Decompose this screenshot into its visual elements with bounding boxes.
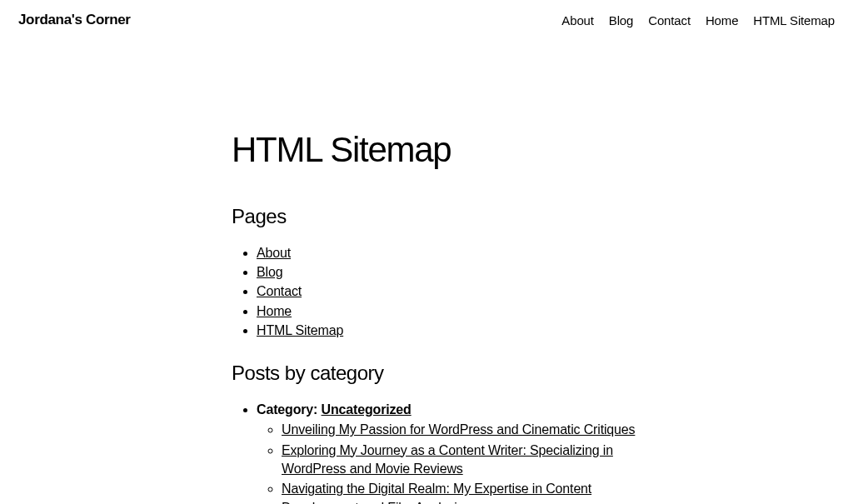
nav-link-home[interactable]: Home (706, 13, 738, 27)
post-link[interactable]: Unveiling My Passion for WordPress and C… (282, 422, 635, 437)
list-item: HTML Sitemap (257, 321, 651, 340)
posts-heading: Posts by category (232, 362, 651, 385)
list-item: Navigating the Digital Realm: My Experti… (282, 480, 651, 504)
page-link-about[interactable]: About (257, 246, 291, 260)
site-title[interactable]: Jordana's Corner (18, 12, 131, 28)
pages-list: About Blog Contact Home HTML Sitemap (232, 243, 651, 340)
nav-link-blog[interactable]: Blog (609, 13, 633, 27)
category-link-uncategorized[interactable]: Uncategorized (322, 402, 412, 417)
nav-link-contact[interactable]: Contact (648, 13, 691, 27)
category-prefix: Category: (257, 402, 322, 417)
category-item: Category: Uncategorized Unveiling My Pas… (257, 400, 651, 504)
list-item: About (257, 243, 651, 262)
main-nav: About Blog Contact Home HTML Sitemap (561, 13, 835, 27)
list-item: Home (257, 302, 651, 321)
list-item: Unveiling My Passion for WordPress and C… (282, 421, 651, 439)
post-link[interactable]: Exploring My Journey as a Content Writer… (282, 443, 613, 476)
list-item: Blog (257, 262, 651, 282)
site-header: Jordana's Corner About Blog Contact Home… (0, 0, 853, 40)
post-link[interactable]: Navigating the Digital Realm: My Experti… (282, 482, 591, 504)
posts-list: Unveiling My Passion for WordPress and C… (257, 421, 651, 504)
pages-heading: Pages (232, 205, 651, 228)
list-item: Exploring My Journey as a Content Writer… (282, 442, 651, 479)
category-list: Category: Uncategorized Unveiling My Pas… (232, 400, 651, 504)
nav-link-html-sitemap[interactable]: HTML Sitemap (753, 13, 835, 27)
nav-link-about[interactable]: About (561, 13, 593, 27)
main-content: HTML Sitemap Pages About Blog Contact Ho… (202, 40, 651, 504)
page-link-contact[interactable]: Contact (257, 284, 302, 298)
page-link-home[interactable]: Home (257, 304, 292, 318)
list-item: Contact (257, 282, 651, 301)
page-title: HTML Sitemap (232, 130, 651, 170)
page-link-html-sitemap[interactable]: HTML Sitemap (257, 323, 343, 337)
page-link-blog[interactable]: Blog (257, 265, 282, 279)
